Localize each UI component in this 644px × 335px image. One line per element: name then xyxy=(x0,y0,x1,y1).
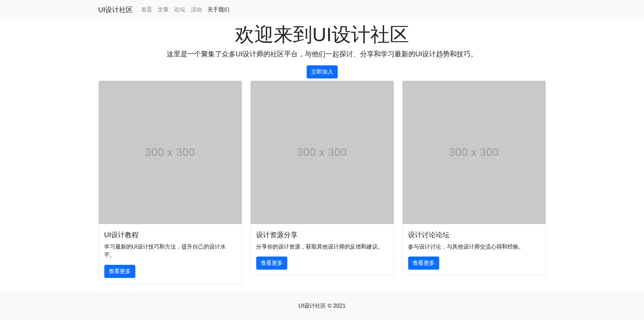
page-title: 欢迎来到UI设计社区 xyxy=(0,23,644,46)
nav-item-activities[interactable]: 活动 xyxy=(188,3,205,17)
footer-copyright: UI设计社区 © 2021 xyxy=(0,302,644,310)
nav-item-forum[interactable]: 论坛 xyxy=(172,3,188,17)
card-ui-tutorials: 300 x 300 UI设计教程 学习最新的UI设计技巧和方法，提升自己的设计水… xyxy=(98,81,242,284)
card-design-resources: 300 x 300 设计资源分享 分享你的设计资源，获取其他设计师的反馈和建议。… xyxy=(250,81,394,276)
main-nav: 首页 文章 论坛 活动 关于我们 xyxy=(138,3,232,17)
placeholder-image: 300 x 300 xyxy=(251,81,394,224)
view-more-button[interactable]: 查看更多 xyxy=(104,265,135,278)
feature-cards-row: 300 x 300 UI设计教程 学习最新的UI设计技巧和方法，提升自己的设计水… xyxy=(98,81,546,284)
placeholder-image: 300 x 300 xyxy=(99,81,242,224)
view-more-button[interactable]: 查看更多 xyxy=(256,257,287,270)
top-navbar: UI设计社区 首页 文章 论坛 活动 关于我们 xyxy=(0,0,644,19)
card-title: 设计讨论论坛 xyxy=(408,230,540,240)
nav-item-articles[interactable]: 文章 xyxy=(155,3,172,17)
main-content: 300 x 300 UI设计教程 学习最新的UI设计技巧和方法，提升自己的设计水… xyxy=(94,81,550,284)
card-description: 参与设计讨论，与其他设计师交流心得和经验。 xyxy=(408,243,540,251)
hero-section: 欢迎来到UI设计社区 这里是一个聚集了众多UI设计师的社区平台，与他们一起探讨、… xyxy=(0,19,644,80)
card-title: UI设计教程 xyxy=(104,230,236,240)
placeholder-image: 300 x 300 xyxy=(403,81,546,224)
card-title: 设计资源分享 xyxy=(256,230,388,240)
nav-item-about[interactable]: 关于我们 xyxy=(205,3,232,17)
brand-logo[interactable]: UI设计社区 xyxy=(98,4,133,15)
card-description: 分享你的设计资源，获取其他设计师的反馈和建议。 xyxy=(256,243,388,251)
card-body: 设计讨论论坛 参与设计讨论，与其他设计师交流心得和经验。 查看更多 xyxy=(403,224,546,275)
nav-item-home[interactable]: 首页 xyxy=(138,3,155,17)
view-more-button[interactable]: 查看更多 xyxy=(408,257,439,270)
card-design-forum: 300 x 300 设计讨论论坛 参与设计讨论，与其他设计师交流心得和经验。 查… xyxy=(402,81,546,276)
page-footer: UI设计社区 © 2021 xyxy=(0,292,644,320)
card-body: UI设计教程 学习最新的UI设计技巧和方法，提升自己的设计水平。 查看更多 xyxy=(99,224,242,283)
card-body: 设计资源分享 分享你的设计资源，获取其他设计师的反馈和建议。 查看更多 xyxy=(251,224,394,275)
card-description: 学习最新的UI设计技巧和方法，提升自己的设计水平。 xyxy=(104,243,236,259)
hero-subtitle: 这里是一个聚集了众多UI设计师的社区平台，与他们一起探讨、分享和学习最新的UI设… xyxy=(0,49,644,59)
join-now-button[interactable]: 立即加入 xyxy=(307,65,338,78)
